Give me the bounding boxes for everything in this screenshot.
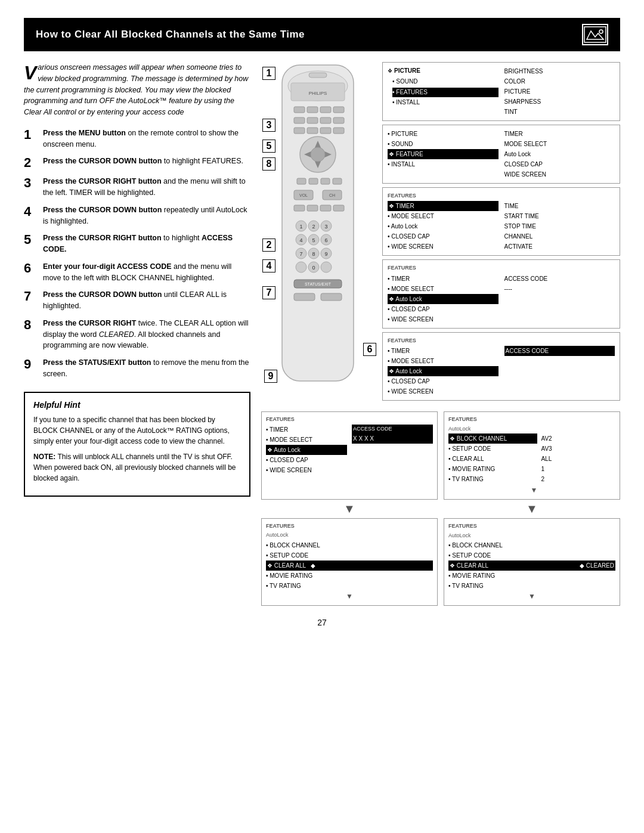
step-3: 3 Press the CURSOR RIGHT button and the …: [24, 176, 250, 199]
helpful-hint-box: Helpful Hint If you tune to a specific c…: [24, 392, 250, 497]
menu-features-autolock: FEATURES • TIMER • MODE SELECT ❖ Auto Lo…: [382, 259, 620, 328]
step-7-text: Press the CURSOR DOWN button until CLEAR…: [43, 289, 250, 312]
step-overlay-9: 9: [264, 370, 277, 383]
menu-access-code-entry: FEATURES • TIMER • MODE SELECT ❖ Auto Lo…: [261, 411, 438, 500]
left-column: V arious onscreen messages will appear w…: [24, 62, 250, 606]
menu-features-accesscode: FEATURES • TIMER • MODE SELECT ❖ Auto Lo…: [382, 332, 620, 401]
step-9-text: Press the STATUS/EXIT button to remove t…: [43, 357, 250, 380]
top-menus: ❖ PICTURE • SOUND • FEATURES • INSTALL B…: [382, 62, 620, 401]
svg-text:3: 3: [324, 224, 327, 230]
svg-point-55: [296, 262, 306, 272]
svg-rect-26: [309, 178, 318, 184]
remote-illustration: 1 3 5 8 2 4 7 6 9 P: [261, 62, 377, 386]
bottom-menus: FEATURES • TIMER • MODE SELECT ❖ Auto Lo…: [261, 411, 620, 606]
step-2-number: 2: [24, 156, 37, 170]
svg-text:0: 0: [312, 265, 315, 271]
step-overlay-7: 7: [262, 286, 275, 299]
svg-text:STATUS/EXIT: STATUS/EXIT: [305, 282, 332, 286]
svg-rect-36: [333, 205, 344, 211]
bottom-right-menus: FEATURES AutoLock ❖ BLOCK CHANNEL • SETU…: [444, 411, 620, 606]
svg-text:1: 1: [299, 224, 302, 230]
step-5: 5 Press the CURSOR RIGHT button to highl…: [24, 233, 250, 255]
intro-text: V arious onscreen messages will appear w…: [24, 62, 250, 118]
svg-rect-35: [320, 205, 331, 211]
page-title-bar: How to Clear All Blocked Channels at the…: [24, 18, 620, 51]
svg-rect-4: [309, 73, 327, 78]
svg-rect-7: [294, 107, 305, 113]
drop-cap: V: [24, 63, 36, 82]
step-8-text: Press the CURSOR RIGHT twice. The CLEAR …: [43, 318, 250, 351]
svg-rect-27: [321, 178, 330, 184]
step-overlay-4: 4: [262, 259, 275, 272]
svg-rect-10: [333, 107, 344, 113]
step-overlay-6: 6: [363, 343, 376, 356]
step-6: 6 Enter your four-digit ACCESS CODE and …: [24, 261, 250, 284]
svg-text:8: 8: [312, 251, 315, 257]
page-number: 27: [24, 618, 620, 627]
arrow-down-1: ▼: [343, 502, 355, 516]
svg-rect-28: [333, 178, 342, 184]
svg-rect-12: [307, 117, 318, 123]
step-5-text: Press the CURSOR RIGHT button to highlig…: [43, 233, 250, 255]
step-overlay-3: 3: [262, 119, 275, 132]
step-6-number: 6: [24, 261, 37, 275]
svg-rect-17: [320, 128, 331, 134]
svg-rect-0: [584, 27, 606, 42]
step-overlay-1: 1: [262, 67, 275, 80]
helpful-hint-para2: NOTE: This will unblock ALL channels unt…: [33, 451, 241, 484]
step-9-number: 9: [24, 357, 37, 371]
svg-text:9: 9: [324, 251, 327, 257]
svg-rect-62: [321, 293, 342, 301]
menu-block-channel: FEATURES AutoLock ❖ BLOCK CHANNEL • SETU…: [444, 411, 620, 500]
step-overlay-8: 8: [262, 157, 275, 171]
svg-rect-33: [294, 205, 305, 211]
step-6-text: Enter your four-digit ACCESS CODE and th…: [43, 261, 250, 284]
step-8-number: 8: [24, 318, 37, 332]
svg-text:2: 2: [312, 224, 315, 230]
helpful-hint-para1: If you tune to a specific channel that h…: [33, 414, 241, 447]
step-9: 9 Press the STATUS/EXIT button to remove…: [24, 357, 250, 380]
svg-rect-15: [294, 128, 305, 134]
svg-text:PHILIPS: PHILIPS: [309, 91, 327, 96]
svg-text:7: 7: [299, 251, 302, 257]
svg-rect-61: [294, 293, 315, 301]
svg-text:4: 4: [299, 237, 302, 243]
menu-features-timer: FEATURES ❖ TIMER • MODE SELECT • Auto Lo…: [382, 187, 620, 256]
svg-text:6: 6: [324, 237, 327, 243]
svg-rect-8: [307, 107, 318, 113]
svg-rect-25: [297, 178, 306, 184]
svg-text:CH: CH: [329, 193, 335, 197]
step-1: 1 Press the MENU button on the remote co…: [24, 128, 250, 150]
step-5-number: 5: [24, 233, 37, 247]
menu-clear-all-cleared: FEATURES AutoLock • BLOCK CHANNEL • SETU…: [444, 518, 620, 606]
bottom-left-menus: FEATURES • TIMER • MODE SELECT ❖ Auto Lo…: [261, 411, 438, 606]
page-title-text: How to Clear All Blocked Channels at the…: [36, 29, 305, 41]
step-4-text: Press the CURSOR DOWN button repeatedly …: [43, 205, 250, 227]
svg-rect-18: [333, 128, 344, 134]
remote-svg: PHILIPS: [261, 62, 374, 384]
svg-point-24: [311, 147, 325, 162]
svg-point-1: [599, 30, 603, 33]
svg-rect-9: [320, 107, 331, 113]
intro-paragraph: arious onscreen messages will appear whe…: [24, 63, 248, 116]
step-4: 4 Press the CURSOR DOWN button repeatedl…: [24, 205, 250, 227]
step-2-text: Press the CURSOR DOWN button to highligh…: [43, 156, 243, 167]
step-4-number: 4: [24, 205, 37, 219]
step-8: 8 Press the CURSOR RIGHT twice. The CLEA…: [24, 318, 250, 351]
step-1-number: 1: [24, 128, 37, 142]
right-column: 1 3 5 8 2 4 7 6 9 P: [261, 62, 620, 606]
svg-rect-14: [333, 117, 344, 123]
step-7-number: 7: [24, 289, 37, 304]
step-2: 2 Press the CURSOR DOWN button to highli…: [24, 156, 250, 170]
svg-rect-13: [320, 117, 331, 123]
svg-rect-34: [307, 205, 318, 211]
steps-list: 1 Press the MENU button on the remote co…: [24, 128, 250, 380]
step-overlay-5: 5: [262, 140, 275, 153]
svg-rect-16: [307, 128, 318, 134]
svg-rect-11: [294, 117, 305, 123]
svg-point-58: [321, 262, 332, 272]
menu-feature: • PICTURE • SOUND ❖ FEATURE • INSTALL TI…: [382, 125, 620, 184]
menu-picture: ❖ PICTURE • SOUND • FEATURES • INSTALL B…: [382, 62, 620, 121]
logo: [582, 24, 608, 45]
step-3-text: Press the CURSOR RIGHT button and the me…: [43, 176, 250, 199]
